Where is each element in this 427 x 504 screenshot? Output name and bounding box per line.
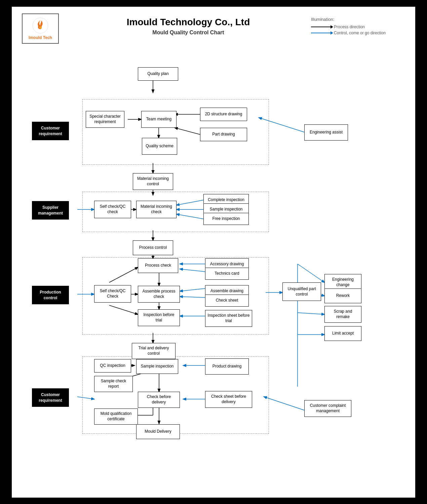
limit-accept-box: Limit accept bbox=[324, 326, 361, 341]
production-ctrl-label: Production control bbox=[32, 286, 69, 304]
quality-scheme-box: Quality scheme bbox=[142, 138, 177, 155]
flowchart: Quality plan Special character requireme… bbox=[22, 47, 405, 491]
quality-plan-box: Quality plan bbox=[138, 67, 178, 81]
process-ctrl-box: Process control bbox=[133, 240, 173, 255]
main-title: Imould Technology Co., Ltd bbox=[66, 17, 311, 28]
customer-complaint-box: Customer complaint management bbox=[304, 400, 351, 417]
check-before-del-box: Check before delivery bbox=[138, 392, 180, 408]
trial-delivery-box: Trial and delivery control bbox=[132, 343, 176, 359]
technics-card-box: Technics card bbox=[205, 268, 249, 280]
part-drawing-box: Part drawing bbox=[200, 128, 247, 141]
illumination-label: Illumination: bbox=[311, 17, 334, 22]
supplier-mgmt-label: Supplier management bbox=[32, 201, 69, 220]
check-sheet-box: Check sheet bbox=[205, 295, 249, 307]
legend-control: Control, come or go direction bbox=[311, 31, 386, 35]
customer-req2-label: Customer requirement bbox=[32, 388, 69, 407]
self-check-qc2-box: Self check/QC Check bbox=[94, 285, 131, 303]
material-incoming-box: Material incoming check bbox=[136, 201, 177, 218]
special-char-box: Special character requirement bbox=[86, 111, 124, 128]
engineering-assist-box: Engineering assist bbox=[304, 124, 348, 141]
customer-req1-label: Customer requirement bbox=[32, 122, 69, 140]
drawing-2d-box: 2D structure drawing bbox=[200, 108, 247, 121]
sample-inspection2-box: Sample inspection bbox=[136, 359, 178, 374]
process-check-box: Process check bbox=[138, 258, 178, 273]
qc-inspection-box: QC inspection bbox=[94, 359, 131, 373]
team-meeting-box: Team meeting bbox=[141, 111, 177, 128]
material-ctrl-box: Material incoming control bbox=[133, 173, 173, 190]
legend-process-text: Process direction bbox=[334, 25, 365, 29]
legend-process: Process direction bbox=[311, 25, 365, 29]
self-check-qc1-box: Self check/QC check bbox=[94, 201, 131, 218]
flame-icon bbox=[32, 17, 49, 34]
free-inspection-box: Free inspection bbox=[203, 213, 249, 225]
header: Imould Tech Imould Technology Co., Ltd M… bbox=[22, 13, 405, 44]
title-area: Imould Technology Co., Ltd Mould Quality… bbox=[66, 13, 311, 36]
svg-line-44 bbox=[264, 397, 304, 410]
legend-control-text: Control, come or go direction bbox=[334, 31, 386, 35]
svg-line-41 bbox=[298, 313, 324, 314]
assemble-check-box: Assemble process check bbox=[138, 286, 180, 303]
process-arrow-icon bbox=[311, 27, 331, 27]
check-sheet-del-box: Check sheet before delivery bbox=[205, 391, 252, 408]
mould-delivery-box: Mould Delivery bbox=[136, 424, 180, 439]
sub-title: Mould Quality Control Chart bbox=[66, 30, 311, 36]
product-drawing-box: Product drawing bbox=[205, 358, 249, 375]
inspection-before-box: Inspection before trial bbox=[138, 309, 180, 326]
logo-text: Imould Tech bbox=[29, 35, 52, 40]
illumination-area: Illumination: Process direction Control,… bbox=[311, 13, 405, 37]
unqualified-ctrl-box: Unqualified part control bbox=[282, 282, 321, 301]
inspection-sheet-box: Inspection sheet before trial bbox=[205, 310, 252, 327]
sample-check-rpt-box: Sample check report bbox=[94, 376, 133, 392]
rework-box: Rework bbox=[324, 288, 361, 303]
control-arrow-icon bbox=[311, 33, 331, 33]
svg-line-39 bbox=[298, 264, 324, 282]
scrap-remake-box: Scrap and remake bbox=[324, 306, 361, 323]
mold-qual-cert-box: Mold qualification certificate bbox=[94, 409, 138, 425]
logo: Imould Tech bbox=[22, 13, 59, 44]
